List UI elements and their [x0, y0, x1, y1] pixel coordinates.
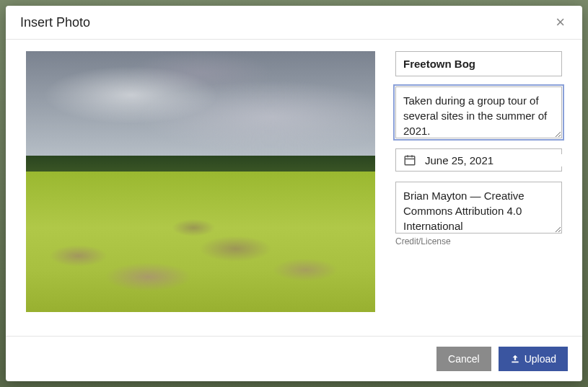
- upload-button-label: Upload: [525, 353, 556, 365]
- close-button[interactable]: ×: [553, 14, 568, 30]
- credit-helper-label: Credit/License: [395, 236, 562, 246]
- svg-rect-0: [405, 156, 415, 165]
- upload-button[interactable]: Upload: [499, 347, 568, 371]
- preview-treeline: [26, 156, 375, 172]
- photo-title-input[interactable]: [395, 51, 562, 76]
- upload-icon: [510, 354, 520, 364]
- photo-preview: [26, 51, 375, 312]
- cancel-button-label: Cancel: [448, 353, 480, 365]
- preview-ground: [26, 172, 375, 312]
- form-column: Taken during a group tour of several sit…: [395, 51, 562, 324]
- insert-photo-modal: Insert Photo × Taken during a group tour…: [6, 6, 582, 381]
- preview-sky: [26, 51, 375, 161]
- svg-rect-4: [512, 362, 518, 363]
- modal-title: Insert Photo: [20, 15, 90, 30]
- calendar-icon: [403, 154, 416, 166]
- modal-header: Insert Photo ×: [6, 6, 582, 40]
- photo-credit-textarea[interactable]: Brian Mayton — Creative Commons Attribut…: [395, 182, 562, 233]
- close-icon: ×: [556, 13, 565, 31]
- modal-footer: Cancel Upload: [6, 336, 582, 381]
- photo-date-field[interactable]: [395, 148, 562, 172]
- photo-date-input[interactable]: [425, 154, 562, 166]
- modal-body: Taken during a group tour of several sit…: [6, 40, 582, 336]
- photo-description-textarea[interactable]: Taken during a group tour of several sit…: [395, 86, 562, 138]
- cancel-button[interactable]: Cancel: [436, 347, 491, 371]
